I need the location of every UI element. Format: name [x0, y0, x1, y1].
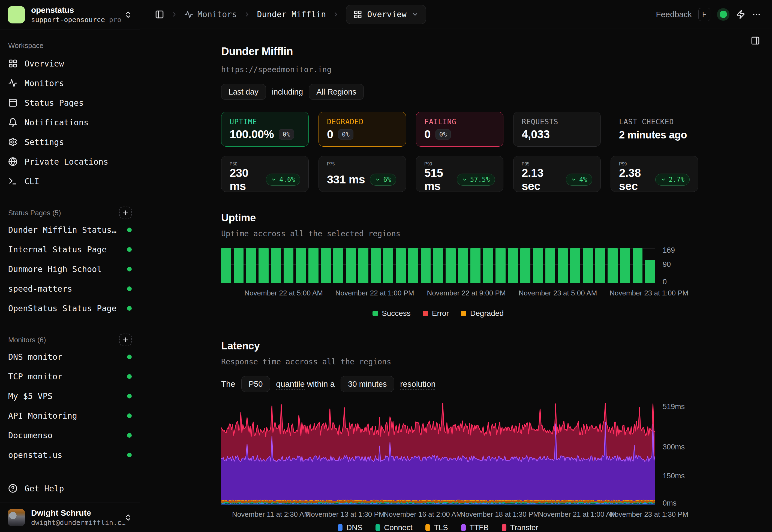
user-menu[interactable]: Dwight Schrute dwight@dundermifflin.c…	[0, 503, 140, 532]
list-item[interactable]: TCP monitor	[8, 367, 132, 386]
uptime-bar[interactable]	[458, 248, 468, 283]
uptime-bar[interactable]	[471, 248, 481, 283]
uptime-bar[interactable]	[570, 248, 580, 283]
sidebar-item-monitors[interactable]: Monitors	[8, 73, 132, 93]
p95-card[interactable]: P95 2.13 sec 4%	[513, 156, 601, 192]
sidebar-item-settings[interactable]: Settings	[8, 132, 132, 152]
p50-card[interactable]: P50 230 ms 4.6%	[221, 156, 309, 192]
list-item[interactable]: Documenso	[8, 425, 132, 445]
workspace-meta: openstatus support-opensource pro	[31, 5, 118, 24]
uptime-bar[interactable]	[608, 248, 618, 283]
card-value: 515 ms	[424, 167, 452, 193]
card-label: DEGRADED	[327, 117, 398, 126]
uptime-bar[interactable]	[533, 248, 543, 283]
view-selector-button[interactable]: Overview	[346, 5, 426, 24]
p90-card[interactable]: P90 515 ms 57.5%	[416, 156, 504, 192]
monitor-name: API Monitoring	[8, 411, 77, 421]
breadcrumb-monitors[interactable]: Monitors	[184, 10, 237, 19]
uptime-bar[interactable]	[633, 248, 643, 283]
sidebar-item-private-locations[interactable]: Private Locations	[8, 152, 132, 171]
uptime-bar[interactable]	[234, 248, 244, 283]
trend-badge: 2.7%	[655, 174, 690, 186]
uptime-bar[interactable]	[520, 248, 530, 283]
list-item[interactable]: speed-matters	[8, 279, 132, 298]
failing-card[interactable]: FAILING 00%	[416, 112, 504, 147]
uptime-bar[interactable]	[508, 248, 518, 283]
sidebar-item-cli[interactable]: CLI	[8, 171, 132, 191]
uptime-bar[interactable]	[496, 248, 506, 283]
uptime-bar[interactable]	[221, 248, 231, 283]
list-item[interactable]: Dunder Mifflin Status …	[8, 220, 132, 240]
list-item[interactable]: My $5 VPS	[8, 386, 132, 406]
uptime-bar[interactable]	[558, 248, 568, 283]
uptime-bar[interactable]	[595, 248, 605, 283]
uptime-bar[interactable]	[296, 248, 306, 283]
sidebar: openstatus support-opensource pro Worksp…	[0, 0, 140, 532]
workspace-plan: support-opensource pro	[31, 16, 118, 24]
uptime-bar[interactable]	[246, 248, 256, 283]
more-options-button[interactable]	[752, 10, 761, 19]
uptime-bar[interactable]	[383, 248, 393, 283]
feedback-button[interactable]: Feedback	[656, 10, 692, 19]
status-up-dot	[127, 267, 132, 271]
uptime-bar[interactable]	[371, 248, 381, 283]
list-item[interactable]: Internal Status Page	[8, 240, 132, 259]
list-item[interactable]: DNS monitor	[8, 347, 132, 367]
page-content: Dunder Mifflin https://speedmonitor.ing …	[140, 29, 772, 532]
workspace-status-indicator[interactable]	[717, 8, 729, 21]
period-filter-button[interactable]: Last day	[221, 84, 266, 100]
uptime-bar[interactable]	[308, 248, 318, 283]
get-help-button[interactable]: Get Help	[0, 479, 140, 498]
uptime-section-title: Uptime	[221, 212, 698, 224]
uptime-bar[interactable]	[333, 248, 343, 283]
uptime-bar[interactable]	[583, 248, 593, 283]
sidebar-toggle-button[interactable]	[155, 10, 164, 19]
uptime-bar[interactable]	[545, 248, 556, 283]
uptime-bar[interactable]	[346, 248, 356, 283]
list-item[interactable]: openstat.us	[8, 445, 132, 465]
uptime-bar[interactable]	[433, 248, 443, 283]
uptime-bar[interactable]	[396, 248, 406, 283]
degraded-card[interactable]: DEGRADED 00%	[318, 112, 406, 147]
quantile-select-button[interactable]: P50	[241, 376, 270, 392]
uptime-bar[interactable]	[258, 248, 268, 283]
sidebar-item-status-pages[interactable]: Status Pages	[8, 93, 132, 113]
add-monitor-button[interactable]	[119, 334, 132, 346]
uptime-bar[interactable]	[321, 248, 331, 283]
breadcrumb-monitor-name[interactable]: Dunder Mifflin	[257, 10, 326, 19]
monitor-name: openstat.us	[8, 450, 62, 460]
sidebar-item-overview[interactable]: Overview	[8, 54, 132, 73]
uptime-card[interactable]: UPTIME 100.00%0%	[221, 112, 309, 147]
regions-filter-button[interactable]: All Regions	[309, 84, 364, 100]
quick-actions-button[interactable]	[736, 10, 745, 19]
list-item[interactable]: OpenStatus Status Page	[8, 298, 132, 318]
uptime-bar[interactable]	[271, 248, 281, 283]
activity-icon	[184, 10, 193, 19]
uptime-bar[interactable]	[620, 248, 630, 283]
sidebar-item-notifications[interactable]: Notifications	[8, 113, 132, 132]
uptime-bar[interactable]	[446, 248, 456, 283]
uptime-bar[interactable]	[645, 260, 655, 283]
p99-card[interactable]: P99 2.38 sec 2.7%	[611, 156, 698, 192]
uptime-bar[interactable]	[358, 248, 368, 283]
right-panel-toggle-button[interactable]	[751, 36, 760, 45]
list-item[interactable]: API Monitoring	[8, 406, 132, 425]
requests-card[interactable]: REQUESTS 4,033	[513, 112, 601, 147]
uptime-bar[interactable]	[283, 248, 294, 283]
uptime-bar[interactable]	[421, 248, 431, 283]
uptime-chart: 169 90 0	[221, 248, 698, 283]
chevron-down-icon	[462, 177, 468, 182]
x-tick: November 18 at 1:30 PM	[460, 510, 539, 519]
uptime-bar[interactable]	[408, 248, 418, 283]
add-status-page-button[interactable]	[119, 207, 132, 219]
list-item[interactable]: Dunmore High School	[8, 259, 132, 279]
chevrons-up-down-icon	[124, 513, 132, 522]
status-up-dot	[127, 433, 132, 438]
uptime-bar[interactable]	[483, 248, 493, 283]
grid-icon	[353, 10, 362, 19]
sidebar-item-label: CLI	[25, 177, 39, 186]
resolution-select-button[interactable]: 30 minutes	[340, 376, 394, 392]
workspace-switcher[interactable]: openstatus support-opensource pro	[0, 0, 140, 29]
p75-card[interactable]: P75 331 ms 6%	[318, 156, 406, 192]
latency-section-description: Response time accross all the regions	[221, 357, 698, 366]
